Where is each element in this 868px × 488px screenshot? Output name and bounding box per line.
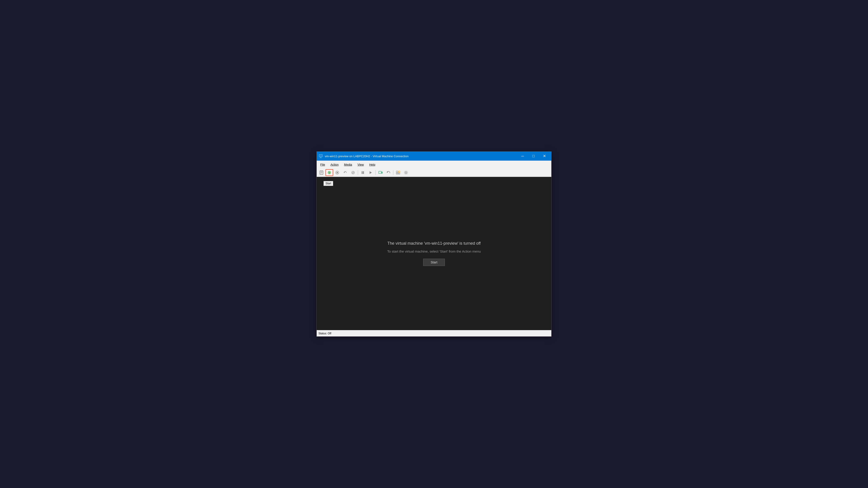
enhanced-session-button[interactable] <box>377 169 384 176</box>
svg-rect-15 <box>362 171 363 174</box>
status-label: Status: Off <box>318 332 331 335</box>
enhanced-session-icon <box>378 170 383 175</box>
svg-rect-3 <box>320 157 321 158</box>
menu-view-label: View <box>358 163 364 166</box>
pause-icon <box>361 170 365 175</box>
start-tooltip-label: Start <box>326 182 331 185</box>
start-vm-button[interactable]: Start <box>423 259 445 266</box>
maximize-button[interactable]: □ <box>528 153 539 160</box>
main-content-area: Start The virtual machine 'vm-win11-prev… <box>317 177 551 330</box>
checkpoint-button[interactable] <box>349 169 357 176</box>
window-controls: ─ □ ✕ <box>518 153 550 160</box>
window-title: vm-win11-preview on LABPC20H2 - Virtual … <box>325 155 518 158</box>
svg-rect-16 <box>363 171 364 174</box>
virtual-machine-window: vm-win11-preview on LABPC20H2 - Virtual … <box>316 151 552 337</box>
menu-help[interactable]: Help <box>366 161 378 168</box>
svg-rect-4 <box>320 158 322 158</box>
menu-media[interactable]: Media <box>341 161 355 168</box>
svg-rect-12 <box>337 172 338 173</box>
stop-button[interactable] <box>333 169 341 176</box>
menu-file-label: File <box>320 163 325 166</box>
vm-settings-button[interactable] <box>402 169 410 176</box>
hyper-v-icon <box>318 154 323 158</box>
minimize-button[interactable]: ─ <box>518 153 528 160</box>
checkpoint-icon <box>351 170 355 175</box>
toolbar-sep-2 <box>375 170 376 175</box>
integration-services-icon <box>396 170 400 175</box>
vm-message-area: The virtual machine 'vm-win11-preview' i… <box>317 177 551 330</box>
svg-rect-25 <box>396 171 398 173</box>
clipboard-button[interactable] <box>318 169 325 176</box>
svg-point-29 <box>405 172 407 173</box>
toolbar-sep-1 <box>358 170 358 175</box>
menu-view[interactable]: View <box>355 161 367 168</box>
menu-help-label: Help <box>369 163 375 166</box>
menu-media-label: Media <box>344 163 352 166</box>
start-tooltip: Start <box>323 181 333 186</box>
title-bar: vm-win11-preview on LABPC20H2 - Virtual … <box>317 152 551 161</box>
svg-rect-26 <box>398 171 400 173</box>
svg-marker-17 <box>370 171 372 174</box>
vm-status-message: The virtual machine 'vm-win11-preview' i… <box>388 241 481 246</box>
resume-icon <box>368 170 373 175</box>
power-icon <box>327 170 332 175</box>
stop-icon <box>335 170 340 175</box>
svg-rect-28 <box>398 173 400 174</box>
menu-bar: File Action Media View Help <box>317 161 551 168</box>
close-button[interactable]: ✕ <box>539 153 550 160</box>
reset-icon <box>343 170 347 175</box>
svg-rect-6 <box>321 170 322 171</box>
menu-action-label: Action <box>331 163 339 166</box>
resume-button[interactable] <box>367 169 375 176</box>
start-button-toolbar[interactable] <box>326 169 333 176</box>
integration-services-button[interactable] <box>394 169 402 176</box>
clipboard-icon <box>319 170 324 175</box>
settings-icon <box>404 170 408 175</box>
reset-button[interactable] <box>341 169 349 176</box>
undo-button[interactable] <box>384 169 392 176</box>
svg-rect-2 <box>320 155 322 156</box>
pause-button[interactable] <box>359 169 367 176</box>
menu-file[interactable]: File <box>318 161 328 168</box>
svg-rect-27 <box>396 173 398 174</box>
svg-marker-13 <box>344 172 345 173</box>
menu-action[interactable]: Action <box>328 161 341 168</box>
svg-point-14 <box>352 171 354 174</box>
vm-instruction-message: To start the virtual machine, select 'St… <box>387 250 481 253</box>
undo-icon <box>386 170 391 175</box>
svg-rect-19 <box>379 171 381 173</box>
toolbar <box>317 168 551 177</box>
status-bar: Status: Off <box>317 330 551 336</box>
